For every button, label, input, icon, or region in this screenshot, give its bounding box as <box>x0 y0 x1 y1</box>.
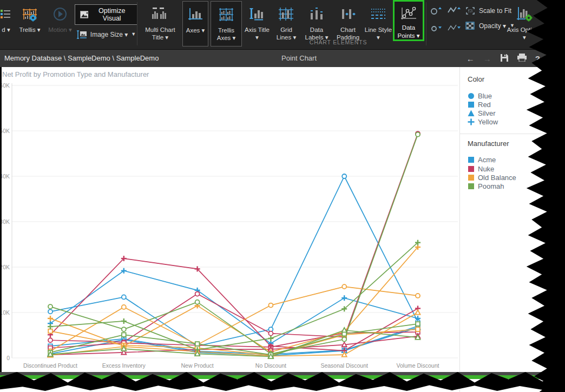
optimize-visual-label: Optimize Visual <box>91 7 132 22</box>
toolbar-separator <box>426 2 426 45</box>
motion-play-icon <box>52 3 68 25</box>
page-title: Point Chart <box>281 54 317 62</box>
toolbar-item-label: Trellis Axes ▾ <box>211 26 241 42</box>
toolbar-item-multi-chart-title[interactable]: Multi Chart Title ▾ <box>139 1 181 46</box>
toolbar-item-data-points[interactable]: Data Points ▾ <box>393 0 424 41</box>
decrease-point-size-button[interactable] <box>429 22 443 37</box>
legend-item-label: Old Balance <box>478 174 516 182</box>
svg-text:Discontinued Product: Discontinued Product <box>23 362 77 369</box>
swatch-icon <box>468 165 475 172</box>
breadcrumb[interactable]: Memory Database \ SampleDemo \ SampleDem… <box>4 54 159 62</box>
increase-line-width-button[interactable] <box>447 4 461 19</box>
legend-item-label: Blue <box>478 92 492 100</box>
toolbar-item-motion: Motion ▾ <box>45 1 75 46</box>
ribbon-toolbar: d ▾ Trellis ▾ Motion ▾ <box>0 0 565 50</box>
opacity-icon <box>465 22 475 30</box>
data-labels-icon <box>309 3 324 25</box>
increase-point-size-button[interactable] <box>429 4 443 19</box>
svg-text:Volume Discount: Volume Discount <box>397 362 439 369</box>
point-chart-canvas[interactable]: 010K20K30K40K50K60KDiscontinued ProductE… <box>0 67 459 380</box>
svg-text:Seasonal Discount: Seasonal Discount <box>320 362 368 369</box>
scale-to-fit-icon <box>465 6 475 15</box>
grid-lines-icon <box>278 3 294 25</box>
legend-item-label: Red <box>478 101 491 109</box>
toolbar-item-label: Multi Chart Title ▾ <box>139 26 181 42</box>
ribbon-group-label: CHART ELEMENTS <box>295 39 382 45</box>
breadcrumb-bar: Memory Database \ SampleDemo \ SampleDem… <box>0 50 565 67</box>
save-icon[interactable] <box>500 54 509 64</box>
trellis-icon <box>22 3 38 25</box>
multi-chart-title-icon <box>151 3 169 25</box>
toolbar-item-trellis-axes[interactable]: Trellis Axes ▾ <box>211 1 242 46</box>
svg-text:0: 0 <box>6 355 10 361</box>
optimize-visual-button[interactable]: Optimize Visual <box>75 4 137 25</box>
chart-padding-icon <box>340 3 356 25</box>
plus-marker-icon <box>468 118 475 125</box>
canvas-area: Net Profit by Promotion Type and Manufac… <box>0 67 565 392</box>
triangle-marker-icon <box>468 110 475 117</box>
toolbar-item-axes[interactable]: Axes ▾ <box>182 1 208 46</box>
point-line-size-buttons <box>426 2 463 39</box>
legend-item-label: Acme <box>478 156 496 164</box>
trellis-axes-icon <box>218 4 234 25</box>
toolbar-group-visual: Optimize Visual Image Size ▾ ▼ <box>75 1 137 46</box>
scale-to-fit-button[interactable]: Scale to Fit <box>465 6 511 15</box>
opacity-label: Opacity ▾ <box>479 22 506 30</box>
toolbar-item-axis-options[interactable]: Axis Options ▾ <box>507 1 542 46</box>
toolbar-separator <box>137 2 137 45</box>
list-icon <box>0 3 12 25</box>
svg-text:Excess Inventory: Excess Inventory <box>102 362 146 369</box>
image-size-button[interactable]: Image Size ▾ ▼ <box>76 30 136 39</box>
back-button[interactable]: ← <box>467 54 475 63</box>
data-points-icon <box>400 4 417 23</box>
axis-options-icon <box>516 3 533 25</box>
toolbar-item-label: Trellis ▾ <box>19 26 40 34</box>
circle-marker-icon <box>468 92 475 99</box>
swatch-icon <box>468 174 475 181</box>
legend-item-label: Nuke <box>478 165 494 173</box>
square-marker-icon <box>468 101 475 108</box>
legend-item-label: Silver <box>478 109 496 117</box>
svg-text:New Product: New Product <box>181 362 214 369</box>
forward-button: → <box>483 54 491 63</box>
toolbar-item-label: Axis Title ▾ <box>244 26 271 42</box>
toolbar-item-label: Motion ▾ <box>48 26 71 34</box>
toolbar-item-trellis[interactable]: Trellis ▾ <box>14 1 45 46</box>
line-style-icon <box>370 3 386 25</box>
app-window: d ▾ Trellis ▾ Motion ▾ <box>0 0 565 392</box>
image-icon <box>80 11 88 18</box>
axes-icon <box>188 4 203 25</box>
swatch-icon <box>468 183 475 190</box>
legend-item-label: Poomah <box>478 182 504 190</box>
legend-item-label: Yellow <box>478 118 498 126</box>
torn-edge-left <box>0 67 2 373</box>
decrease-line-width-button[interactable] <box>447 22 461 37</box>
image-size-label: Image Size ▾ <box>90 31 128 39</box>
toolbar-item-label: Axes ▾ <box>186 26 205 34</box>
axis-title-icon <box>249 3 265 25</box>
svg-text:No Discount: No Discount <box>255 362 286 369</box>
toolbar-item-axis-title[interactable]: Axis Title ▾ <box>244 1 271 46</box>
chevron-down-icon: ▼ <box>131 31 136 37</box>
toolbar-item-label: Data Points ▾ <box>395 24 423 39</box>
image-size-icon <box>76 30 87 39</box>
toolbar-item-label: d ▾ <box>2 26 10 34</box>
swatch-icon <box>468 156 475 163</box>
print-icon[interactable] <box>517 54 527 63</box>
